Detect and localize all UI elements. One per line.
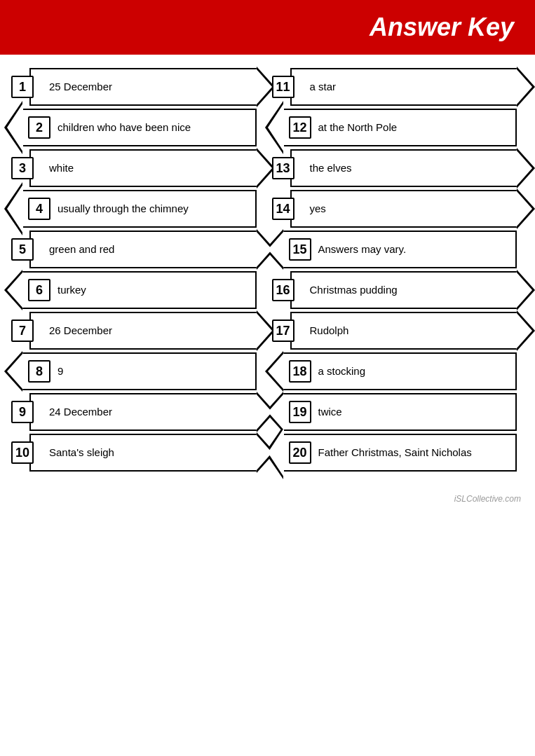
list-item: 726 December [18,312,257,350]
right-column: 11a star12at the North Pole13the elves14… [268,65,522,474]
list-item: 924 December [18,393,257,431]
answer-number: 4 [28,198,50,220]
answer-number: 11 [272,76,294,98]
answer-number: 7 [11,319,34,342]
header: Answer Key [0,0,535,55]
answer-text: 25 December [49,80,112,94]
answer-text: Father Christmas, Saint Nicholas [318,446,472,460]
answer-text: green and red [49,242,114,256]
list-item: 17Rudolph [279,312,517,350]
answer-text: Christmas pudding [310,283,398,297]
answer-text: at the North Pole [318,121,398,135]
list-item: 2children who have been nice [18,109,257,146]
answer-text: usually through the chimney [57,202,189,216]
answer-number: 9 [11,401,34,423]
answer-number: 20 [289,441,311,464]
left-column: 125 December2children who have been nice… [14,65,268,474]
list-item: 12at the North Pole [279,109,517,146]
list-item: 14yes [279,190,517,228]
list-item: 20Father Christmas, Saint Nicholas [279,434,517,472]
answer-number: 6 [28,279,50,301]
list-item: 10Santa's sleigh [18,434,257,472]
answer-number: 19 [289,401,311,423]
answer-text: Santa's sleigh [49,446,114,460]
answer-number: 8 [28,360,50,383]
list-item: 125 December [18,68,257,106]
list-item: 6turkey [18,271,257,309]
list-item: 13the elves [279,149,517,187]
answer-number: 16 [272,279,294,301]
list-item: 18a stocking [279,352,517,390]
answer-text: children who have been nice [57,121,191,135]
page-title: Answer Key [21,13,514,42]
watermark: iSLCollective.com [0,488,535,509]
answers-grid: 125 December2children who have been nice… [0,62,535,488]
answer-text: yes [310,202,326,216]
answer-text: a star [310,80,337,94]
answer-text: 9 [57,364,63,378]
answer-number: 1 [11,76,34,98]
answer-text: white [49,161,74,175]
answer-text: the elves [310,161,352,175]
list-item: 11a star [279,68,517,106]
answer-text: 26 December [49,324,112,338]
answer-number: 17 [272,319,294,342]
answer-number: 2 [28,116,50,139]
answer-text: 24 December [49,405,112,419]
answer-text: twice [318,405,342,419]
answer-number: 12 [289,116,311,139]
answer-number: 3 [11,157,34,179]
answer-number: 5 [11,238,34,261]
list-item: 3white [18,149,257,187]
list-item: 15Answers may vary. [279,231,517,268]
answer-text: Answers may vary. [318,242,407,256]
answer-number: 10 [11,441,34,464]
answer-number: 15 [289,238,311,261]
answer-text: a stocking [318,364,366,378]
list-item: 16Christmas pudding [279,271,517,309]
list-item: 5green and red [18,231,257,268]
answer-text: turkey [57,283,86,297]
answer-number: 18 [289,360,311,383]
list-item: 4usually through the chimney [18,190,257,228]
list-item: 89 [18,352,257,390]
answer-number: 13 [272,157,294,179]
answer-number: 14 [272,198,294,220]
list-item: 19twice [279,393,517,431]
answer-text: Rudolph [310,324,349,338]
